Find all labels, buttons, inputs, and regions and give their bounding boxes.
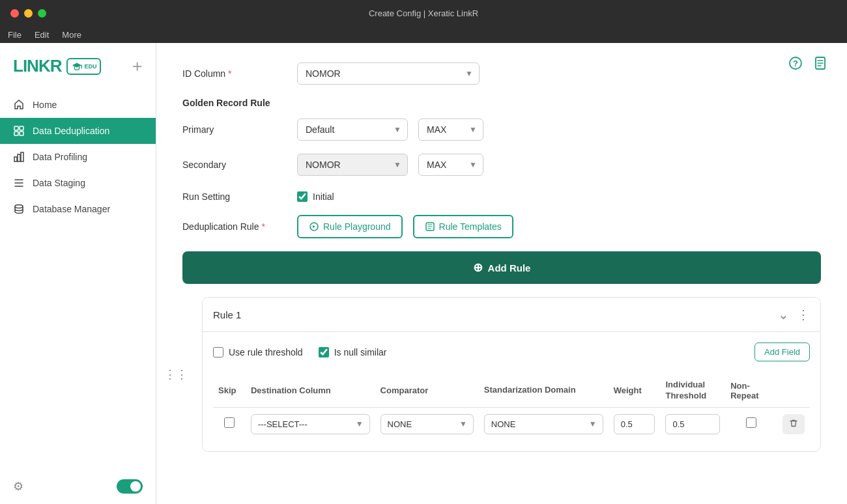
is-null-similar-checkbox[interactable] xyxy=(319,347,329,357)
weight-input[interactable] xyxy=(614,414,655,434)
home-icon xyxy=(13,99,25,111)
header-icons: ? xyxy=(788,56,827,74)
rule-card-container: ⋮⋮ Rule 1 ⌄ ⋮ Use rule threshold xyxy=(182,297,821,452)
primary-select-wrapper: Default ▼ xyxy=(297,119,408,141)
svg-rect-7 xyxy=(21,152,23,161)
secondary-label: Secondary xyxy=(182,160,287,170)
skip-checkbox[interactable] xyxy=(224,417,235,428)
svg-rect-6 xyxy=(18,154,20,161)
fields-table: Skip Destination Column Comparator Stand… xyxy=(213,374,810,441)
menu-file[interactable]: File xyxy=(8,30,22,40)
th-skip: Skip xyxy=(213,374,246,407)
secondary-select[interactable]: NOMOR xyxy=(297,154,408,176)
theme-toggle[interactable] xyxy=(117,479,143,494)
drag-handle-icon[interactable]: ⋮⋮ xyxy=(164,367,188,382)
use-rule-threshold-label: Use rule threshold xyxy=(229,347,303,357)
th-weight: Weight xyxy=(609,374,661,407)
id-column-select[interactable]: NOMOR xyxy=(297,63,480,85)
rule-templates-button[interactable]: Rule Templates xyxy=(413,215,513,238)
menu-edit[interactable]: Edit xyxy=(35,30,49,40)
staging-icon xyxy=(13,177,25,189)
rule-card: Rule 1 ⌄ ⋮ Use rule threshold xyxy=(202,297,821,452)
svg-rect-3 xyxy=(14,132,18,135)
close-button[interactable] xyxy=(10,9,19,18)
window-title: Create Config | Xeratic LinkR xyxy=(369,8,478,18)
delete-row-button[interactable] xyxy=(782,414,805,434)
std-domain-cell: NONE ▼ xyxy=(479,407,609,441)
help-icon[interactable]: ? xyxy=(788,56,803,74)
delete-cell xyxy=(777,407,810,441)
id-column-row: ID Column * NOMOR ▼ xyxy=(182,63,821,85)
rule-header: Rule 1 ⌄ ⋮ xyxy=(203,298,820,332)
settings-icon[interactable]: ⚙ xyxy=(13,479,23,494)
sidebar: LINKR EDU ✕ Home xyxy=(0,43,156,504)
menu-more[interactable]: More xyxy=(62,30,81,40)
is-null-similar-label: Is null similar xyxy=(334,347,387,357)
non-repeat-checkbox[interactable] xyxy=(746,417,756,428)
add-field-button[interactable]: Add Field xyxy=(754,343,810,361)
run-setting-row: Run Setting Initial xyxy=(182,191,821,202)
std-select-wrapper: NONE ▼ xyxy=(484,414,603,434)
rule-body: Use rule threshold Is null similar Add F… xyxy=(203,332,820,451)
dedup-icon xyxy=(13,125,25,137)
rule-title: Rule 1 xyxy=(213,309,241,320)
sidebar-item-database-manager[interactable]: Database Manager xyxy=(0,196,156,222)
rule-chevron-icon[interactable]: ⌄ xyxy=(778,307,789,322)
document-icon[interactable] xyxy=(813,56,827,74)
logo-text: LINKR xyxy=(13,56,61,76)
weight-cell xyxy=(609,407,661,441)
svg-rect-2 xyxy=(20,126,23,130)
use-rule-threshold-row: Use rule threshold xyxy=(213,347,303,357)
golden-record-title: Golden Record Rule xyxy=(182,98,821,108)
sidebar-item-data-deduplication[interactable]: Data Deduplication xyxy=(0,118,156,144)
is-null-similar-row: Is null similar xyxy=(319,347,387,357)
rule-options: Use rule threshold Is null similar Add F… xyxy=(213,343,810,361)
playground-icon xyxy=(309,221,319,232)
minimize-button[interactable] xyxy=(24,9,33,18)
sidebar-item-data-staging-label: Data Staging xyxy=(33,178,85,188)
id-column-select-wrapper: NOMOR ▼ xyxy=(297,63,480,85)
use-rule-threshold-checkbox[interactable] xyxy=(213,347,223,357)
window-controls xyxy=(10,9,46,18)
sidebar-item-home[interactable]: Home xyxy=(0,92,156,118)
sidebar-item-database-manager-label: Database Manager xyxy=(33,204,110,214)
edu-label: EDU xyxy=(84,63,96,70)
sidebar-item-data-profiling[interactable]: Data Profiling xyxy=(0,144,156,170)
secondary-select-wrapper: NOMOR ▼ xyxy=(297,154,408,176)
destination-select[interactable]: ---SELECT--- xyxy=(251,414,370,434)
add-rule-button[interactable]: ⊕ Add Rule xyxy=(182,251,821,284)
sidebar-item-data-profiling-label: Data Profiling xyxy=(33,152,87,162)
profiling-icon xyxy=(13,151,25,163)
secondary-agg-select[interactable]: MAX xyxy=(418,154,483,176)
th-comparator: Comparator xyxy=(375,374,479,407)
th-destination-column: Destination Column xyxy=(246,374,375,407)
plus-icon: ⊕ xyxy=(473,260,483,275)
golden-record-section: Golden Record Rule Primary Default ▼ MAX… xyxy=(182,98,821,176)
svg-rect-4 xyxy=(20,132,23,135)
primary-agg-select[interactable]: MAX xyxy=(418,119,483,141)
rule-menu-icon[interactable]: ⋮ xyxy=(797,307,810,322)
pin-icon[interactable]: ✕ xyxy=(129,57,146,74)
sidebar-item-data-deduplication-label: Data Deduplication xyxy=(33,126,109,136)
sidebar-footer: ⚙ xyxy=(0,469,156,504)
primary-select[interactable]: Default xyxy=(297,119,408,141)
database-icon xyxy=(13,203,25,215)
maximize-button[interactable] xyxy=(38,9,46,18)
comparator-cell: NONE ▼ xyxy=(375,407,479,441)
logo: LINKR EDU xyxy=(13,56,101,76)
rule-playground-button[interactable]: Rule Playground xyxy=(297,215,403,238)
std-domain-select[interactable]: NONE xyxy=(484,414,603,434)
secondary-agg-wrapper: MAX ▼ xyxy=(418,154,483,176)
individual-threshold-cell xyxy=(660,407,725,441)
run-setting-checkbox-row: Initial xyxy=(297,191,334,202)
primary-row: Primary Default ▼ MAX ▼ xyxy=(182,119,821,141)
main-content: ? ID Column * NOMOR ▼ Golden Record Rule xyxy=(156,43,847,504)
individual-threshold-input[interactable] xyxy=(665,414,720,434)
initial-checkbox[interactable] xyxy=(297,191,308,202)
templates-icon xyxy=(425,221,435,232)
svg-point-8 xyxy=(15,205,23,208)
sidebar-item-data-staging[interactable]: Data Staging xyxy=(0,170,156,196)
dedup-rule-label: Deduplication Rule * xyxy=(182,221,287,232)
th-action xyxy=(777,374,810,407)
comparator-select[interactable]: NONE xyxy=(380,414,474,434)
